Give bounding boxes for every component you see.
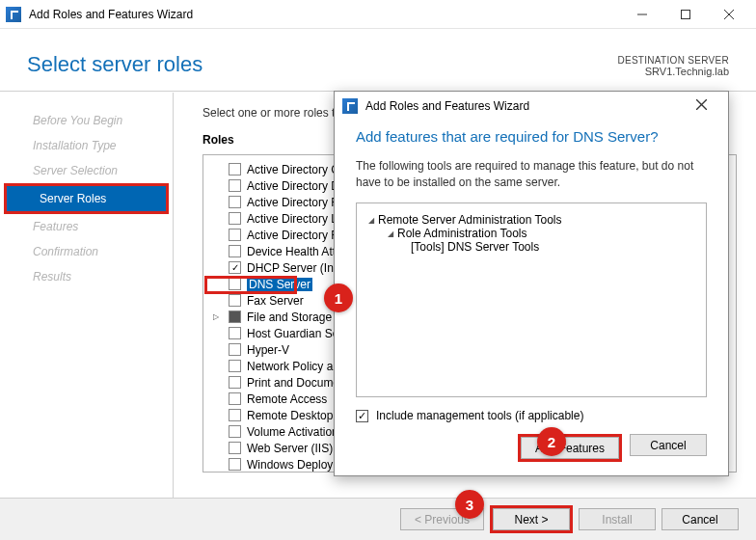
cancel-button[interactable]: Cancel [662, 508, 739, 530]
checkbox-icon[interactable] [229, 327, 241, 339]
wizard-footer: < Previous Next > Install Cancel [0, 498, 756, 540]
destination-label: DESTINATION SERVER [617, 55, 729, 66]
checkbox-icon[interactable] [229, 392, 241, 405]
app-icon [342, 98, 358, 114]
wizard-nav: Before You Begin Installation Type Serve… [0, 93, 174, 498]
close-button[interactable] [707, 1, 750, 28]
checkbox-icon[interactable] [229, 212, 241, 225]
checkbox-icon[interactable] [229, 163, 241, 176]
checkbox-icon[interactable] [229, 458, 241, 471]
nav-before-you-begin[interactable]: Before You Begin [0, 108, 173, 133]
dialog-close-button[interactable] [682, 99, 720, 113]
nav-results[interactable]: Results [0, 264, 173, 289]
dialog-buttons: Add Features Cancel [356, 434, 707, 462]
dialog-title: Add Roles and Features Wizard [365, 99, 529, 113]
include-tools-label: Include management tools (if applicable) [376, 409, 583, 422]
checkbox-icon[interactable] [229, 294, 241, 307]
window-title: Add Roles and Features Wizard [29, 8, 193, 21]
checkbox-icon[interactable] [229, 179, 241, 192]
checkbox-icon[interactable] [229, 360, 241, 372]
next-button[interactable]: Next > [493, 508, 570, 530]
annotation-highlight-dns [204, 276, 297, 294]
checkbox-icon[interactable] [229, 376, 241, 389]
svg-rect-1 [681, 10, 689, 18]
destination-value: SRV1.Technig.lab [617, 66, 729, 77]
page-title: Select server roles [27, 52, 202, 77]
nav-server-roles[interactable]: Server Roles [7, 186, 166, 211]
tree-node[interactable]: [Tools] DNS Server Tools [368, 240, 694, 254]
checkbox-icon[interactable] [229, 245, 241, 257]
add-features-dialog: Add Roles and Features Wizard Add featur… [334, 91, 729, 476]
checkbox-icon[interactable] [229, 343, 241, 356]
dialog-heading: Add features that are required for DNS S… [356, 128, 707, 145]
annotation-badge-3: 3 [455, 490, 484, 519]
features-tree[interactable]: Remote Server Administration Tools Role … [356, 202, 707, 397]
maximize-button[interactable] [663, 1, 707, 28]
checkbox-icon[interactable] [229, 196, 241, 208]
checkbox-icon[interactable]: ✓ [356, 410, 368, 422]
nav-installation-type[interactable]: Installation Type [0, 133, 173, 158]
app-icon [6, 7, 21, 22]
tree-node[interactable]: Role Administration Tools [368, 227, 694, 240]
add-features-button[interactable]: Add Features [521, 437, 619, 459]
nav-server-selection[interactable]: Server Selection [0, 158, 173, 183]
nav-server-roles-highlight: Server Roles [4, 183, 169, 214]
checkbox-icon[interactable] [229, 261, 241, 274]
window-controls [620, 1, 750, 28]
checkbox-icon[interactable] [229, 442, 241, 454]
dialog-cancel-button[interactable]: Cancel [630, 434, 707, 456]
annotation-highlight-next: Next > [490, 505, 573, 533]
annotation-badge-1: 1 [324, 284, 353, 312]
minimize-button[interactable] [620, 1, 663, 28]
checkbox-icon[interactable] [229, 310, 241, 323]
titlebar: Add Roles and Features Wizard [0, 0, 756, 29]
annotation-highlight-addfeatures: Add Features [518, 434, 622, 462]
nav-confirmation[interactable]: Confirmation [0, 239, 173, 264]
checkbox-icon[interactable] [229, 409, 241, 421]
checkbox-icon[interactable] [229, 229, 241, 241]
dialog-description: The following tools are required to mana… [356, 158, 707, 191]
checkbox-icon[interactable] [229, 425, 241, 438]
destination-server: DESTINATION SERVER SRV1.Technig.lab [617, 55, 729, 77]
wizard-header: Select server roles DESTINATION SERVER S… [0, 29, 756, 92]
dialog-body: Add features that are required for DNS S… [335, 121, 728, 475]
dialog-titlebar: Add Roles and Features Wizard [335, 92, 728, 121]
nav-features[interactable]: Features [0, 214, 173, 239]
annotation-badge-2: 2 [537, 427, 566, 456]
install-button[interactable]: Install [579, 508, 656, 530]
tree-node[interactable]: Remote Server Administration Tools [368, 213, 694, 227]
include-tools-option[interactable]: ✓ Include management tools (if applicabl… [356, 409, 707, 422]
